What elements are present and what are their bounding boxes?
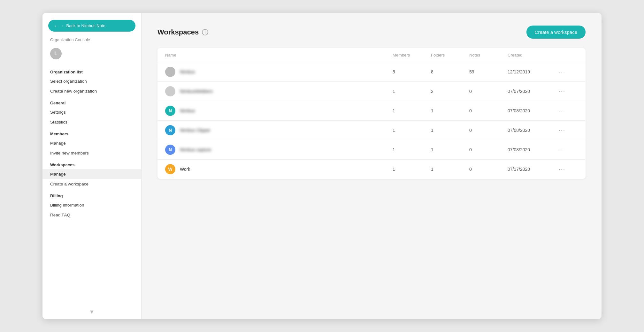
workspace-created: 07/07/2020 [508, 89, 559, 94]
workspace-folders: 8 [431, 69, 469, 74]
workspace-members: 1 [393, 89, 431, 94]
workspace-notes: 0 [469, 147, 508, 152]
workspace-more-button[interactable]: ··· [559, 108, 578, 114]
col-header-created: Created [508, 53, 559, 57]
table-row: N Nimbus 1 1 0 07/08/2020 ··· [157, 101, 586, 121]
sidebar-item-manage-members[interactable]: Manage [42, 138, 141, 148]
workspace-avatar [165, 86, 175, 96]
page-title-row: Workspaces i [157, 28, 208, 36]
workspace-avatar: N [165, 106, 175, 116]
workspace-members: 1 [393, 128, 431, 133]
workspace-created: 07/08/2020 [508, 147, 559, 152]
avatar: L [50, 48, 62, 59]
workspace-notes: 59 [469, 69, 508, 74]
workspace-created: 07/17/2020 [508, 167, 559, 172]
workspace-more-button[interactable]: ··· [559, 147, 578, 153]
org-console-label: Organization Console [42, 37, 141, 45]
create-workspace-button[interactable]: Create a workspace [526, 26, 586, 39]
workspaces-table: Name Members Folders Notes Created Nimbu… [157, 48, 586, 179]
sidebar: ← ← Back to Nimbus Note Organization Con… [42, 13, 142, 319]
section-title-workspaces: Workspaces [42, 158, 141, 169]
workspace-avatar: N [165, 125, 175, 135]
section-title-org-list: Organization list [42, 65, 141, 76]
workspace-name: NimbusWebbers [180, 89, 213, 94]
workspace-more-button[interactable]: ··· [559, 69, 578, 75]
workspace-folders: 2 [431, 89, 469, 94]
workspace-members: 5 [393, 69, 431, 74]
sidebar-item-create-org[interactable]: Create new organization [42, 86, 141, 96]
workspace-name: Nimbus capture [180, 147, 211, 152]
sidebar-item-invite-members[interactable]: Invite new members [42, 148, 141, 158]
workspace-folders: 1 [431, 167, 469, 172]
main-content: Workspaces i Create a workspace Name Mem… [142, 13, 602, 319]
workspace-folders: 1 [431, 108, 469, 113]
section-title-members: Members [42, 127, 141, 138]
col-header-members: Members [393, 53, 431, 57]
col-header-notes: Notes [469, 53, 508, 57]
back-button[interactable]: ← ← Back to Nimbus Note [48, 20, 135, 32]
workspace-avatar [165, 67, 175, 77]
back-button-label: ← Back to Nimbus Note [61, 23, 105, 28]
workspace-created: 07/08/2020 [508, 108, 559, 113]
sidebar-item-read-faq[interactable]: Read FAQ [42, 210, 141, 220]
workspace-created: 12/12/2019 [508, 69, 559, 74]
sidebar-item-manage-workspaces[interactable]: Manage [42, 169, 141, 179]
scroll-down-indicator: ▼ [89, 309, 95, 315]
back-arrow-icon: ← [54, 23, 59, 28]
table-header: Name Members Folders Notes Created [157, 48, 586, 62]
workspace-members: 1 [393, 108, 431, 113]
workspace-members: 1 [393, 167, 431, 172]
workspace-more-button[interactable]: ··· [559, 127, 578, 134]
workspace-notes: 0 [469, 108, 508, 113]
info-icon[interactable]: i [202, 29, 208, 35]
table-body: Nimbus 5 8 59 12/12/2019 ··· NimbusWebbe… [157, 62, 586, 179]
workspace-name: Nimbus [180, 108, 195, 113]
table-row: W Work 1 1 0 07/17/2020 ··· [157, 160, 586, 179]
sidebar-item-settings[interactable]: Settings [42, 107, 141, 117]
workspace-folders: 1 [431, 147, 469, 152]
workspace-name-cell: N Nimbus [165, 106, 393, 116]
workspace-members: 1 [393, 147, 431, 152]
workspace-notes: 0 [469, 128, 508, 133]
sidebar-item-billing-info[interactable]: Billing information [42, 200, 141, 210]
workspace-name-cell: N Nimbus Clipper [165, 125, 393, 135]
section-title-general: General [42, 96, 141, 107]
sidebar-item-create-workspace[interactable]: Create a workspace [42, 179, 141, 189]
workspace-more-button[interactable]: ··· [559, 88, 578, 95]
sidebar-item-statistics[interactable]: Statistics [42, 117, 141, 127]
workspace-name-cell: N Nimbus capture [165, 145, 393, 155]
sidebar-item-select-org[interactable]: Select organization [42, 76, 141, 86]
workspace-name: Nimbus [180, 69, 195, 74]
table-row: N Nimbus Clipper 1 1 0 07/08/2020 ··· [157, 121, 586, 140]
workspace-name-cell: NimbusWebbers [165, 86, 393, 96]
page-title: Workspaces [157, 28, 199, 36]
workspace-name-cell: W Work [165, 164, 393, 174]
workspace-name-cell: Nimbus [165, 67, 393, 77]
table-row: Nimbus 5 8 59 12/12/2019 ··· [157, 62, 586, 82]
workspace-notes: 0 [469, 167, 508, 172]
col-header-name: Name [165, 53, 393, 57]
workspace-more-button[interactable]: ··· [559, 166, 578, 173]
workspace-notes: 0 [469, 89, 508, 94]
workspace-folders: 1 [431, 128, 469, 133]
col-header-actions [559, 53, 578, 57]
main-header: Workspaces i Create a workspace [157, 26, 586, 39]
table-row: N Nimbus capture 1 1 0 07/08/2020 ··· [157, 140, 586, 160]
table-row: NimbusWebbers 1 2 0 07/07/2020 ··· [157, 82, 586, 101]
col-header-folders: Folders [431, 53, 469, 57]
workspace-avatar: W [165, 164, 175, 174]
section-title-billing: Billing [42, 189, 141, 200]
workspace-avatar: N [165, 145, 175, 155]
workspace-created: 07/08/2020 [508, 128, 559, 133]
workspace-name: Work [180, 167, 190, 172]
workspace-name: Nimbus Clipper [180, 128, 211, 133]
